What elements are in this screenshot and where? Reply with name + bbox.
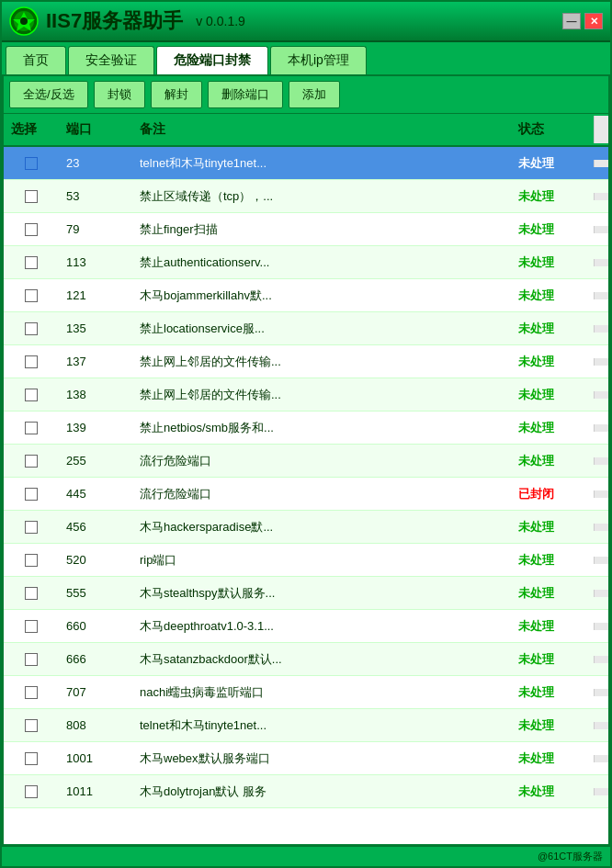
table-row[interactable]: 53禁止区域传递（tcp），...未处理 [4,180,608,213]
table-row[interactable]: 707nachi蠕虫病毒监听端口未处理 [4,676,608,709]
select-all-button[interactable]: 全选/反选 [9,81,88,108]
tab-home[interactable]: 首页 [6,46,66,74]
minimize-button[interactable]: — [562,13,581,29]
status-cell: 未处理 [511,185,594,209]
table-row[interactable]: 520rip端口未处理 [4,544,608,577]
row-checkbox[interactable] [25,355,38,368]
row-checkbox[interactable] [25,785,38,798]
scroll-spacer [594,193,608,200]
lock-button[interactable]: 封锁 [94,81,145,108]
row-checkbox[interactable] [25,752,38,765]
port-cell: 520 [59,549,132,570]
row-checkbox[interactable] [25,488,38,501]
table-row[interactable]: 1001木马webex默认服务端口未处理 [4,742,608,775]
port-cell: 79 [59,219,132,240]
toolbar: 全选/反选 封锁 解封 删除端口 添加 [4,76,608,114]
status-cell: 未处理 [511,747,594,771]
scroll-spacer [594,226,608,233]
table-row[interactable]: 137禁止网上邻居的文件传输...未处理 [4,345,608,378]
tab-security[interactable]: 安全验证 [68,46,154,74]
table-row[interactable]: 808telnet和木马tinyte1net...未处理 [4,709,608,742]
main-window: IIS7服务器助手 v 0.0.1.9 — ✕ 首页 安全验证 危险端口封禁 本… [0,0,612,868]
tab-ip-management[interactable]: 本机ip管理 [270,46,367,74]
table-row[interactable]: 555木马stealthspy默认服务...未处理 [4,577,608,610]
note-cell: 木马bojammerkillahv默... [132,284,511,308]
row-checkbox[interactable] [25,322,38,335]
port-cell: 555 [59,582,132,603]
status-cell: 未处理 [511,152,594,175]
row-checkbox[interactable] [25,587,38,600]
row-checkbox[interactable] [25,620,38,633]
row-checkbox[interactable] [25,653,38,666]
row-checkbox[interactable] [25,422,38,434]
titlebar-controls: — ✕ [562,13,603,29]
table-row[interactable]: 660木马deepthroatv1.0-3.1...未处理 [4,610,608,643]
table-row[interactable]: 113禁止authenticationserv...未处理 [4,246,608,279]
row-checkbox[interactable] [25,521,38,534]
note-cell: 木马deepthroatv1.0-3.1... [132,614,511,638]
note-cell: 禁止authenticationserv... [132,251,511,275]
checkbox-cell [4,418,59,438]
app-title: IIS7服务器助手 [46,7,183,35]
note-cell: telnet和木马tinyte1net... [132,152,511,175]
status-cell: 未处理 [511,548,594,572]
row-checkbox[interactable] [25,256,38,269]
row-checkbox[interactable] [25,157,38,170]
status-cell: 未处理 [511,218,594,242]
bottom-bar: @61CT服务器 [2,846,610,866]
note-cell: rip端口 [132,548,511,572]
scroll-spacer [594,259,608,266]
table-row[interactable]: 138禁止网上邻居的文件传输...未处理 [4,378,608,411]
table-row[interactable]: 139禁止netbios/smb服务和...未处理 [4,411,608,445]
row-checkbox[interactable] [25,223,38,236]
checkbox-cell [4,186,59,207]
row-checkbox[interactable] [25,455,38,468]
app-logo-icon [9,6,39,36]
scroll-spacer [594,656,608,663]
checkbox-cell [4,616,59,637]
scroll-spacer [594,524,608,531]
checkbox-cell [4,682,59,703]
row-checkbox[interactable] [25,719,38,732]
note-cell: nachi蠕虫病毒监听端口 [132,681,511,705]
port-cell: 255 [59,450,132,471]
table-row[interactable]: 23telnet和木马tinyte1net...未处理 [4,147,608,180]
row-checkbox[interactable] [25,686,38,699]
table-row[interactable]: 121木马bojammerkillahv默...未处理 [4,279,608,312]
status-cell: 未处理 [511,383,594,407]
add-button[interactable]: 添加 [289,81,340,108]
status-cell: 未处理 [511,284,594,308]
port-cell: 121 [59,285,132,306]
checkbox-cell [4,749,59,769]
table-row[interactable]: 456木马hackersparadise默...未处理 [4,511,608,544]
row-checkbox[interactable] [25,190,38,203]
table-row[interactable]: 445流行危险端口已封闭 [4,478,608,511]
table-row[interactable]: 1011木马dolytrojan默认 服务未处理 [4,775,608,808]
delete-port-button[interactable]: 删除端口 [208,81,283,108]
table-row[interactable]: 255流行危险端口未处理 [4,445,608,478]
scroll-spacer [594,424,608,432]
row-checkbox[interactable] [25,389,38,401]
port-cell: 113 [59,252,132,273]
tab-dangerous-ports[interactable]: 危险端口封禁 [156,46,268,74]
status-cell: 已封闭 [511,482,594,506]
checkbox-cell [4,385,59,405]
note-cell: 禁止网上邻居的文件传输... [132,350,511,374]
unlock-button[interactable]: 解封 [151,81,202,108]
row-checkbox[interactable] [25,289,38,302]
table-row[interactable]: 79禁止finger扫描未处理 [4,213,608,246]
status-cell: 未处理 [511,581,594,605]
scroll-spacer [594,623,608,630]
checkbox-cell [4,220,59,240]
tab-bar: 首页 安全验证 危险端口封禁 本机ip管理 [2,42,610,74]
table-row[interactable]: 135禁止locationservice服...未处理 [4,312,608,345]
row-checkbox[interactable] [25,554,38,567]
port-cell: 660 [59,615,132,637]
port-cell: 135 [59,318,132,339]
note-cell: 禁止finger扫描 [132,218,511,242]
close-button[interactable]: ✕ [584,13,603,29]
table-body[interactable]: 23telnet和木马tinyte1net...未处理53禁止区域传递（tcp）… [4,147,608,844]
status-cell: 未处理 [511,648,594,671]
table-row[interactable]: 666木马satanzbackdoor默认...未处理 [4,643,608,676]
note-cell: 木马hackersparadise默... [132,515,511,539]
